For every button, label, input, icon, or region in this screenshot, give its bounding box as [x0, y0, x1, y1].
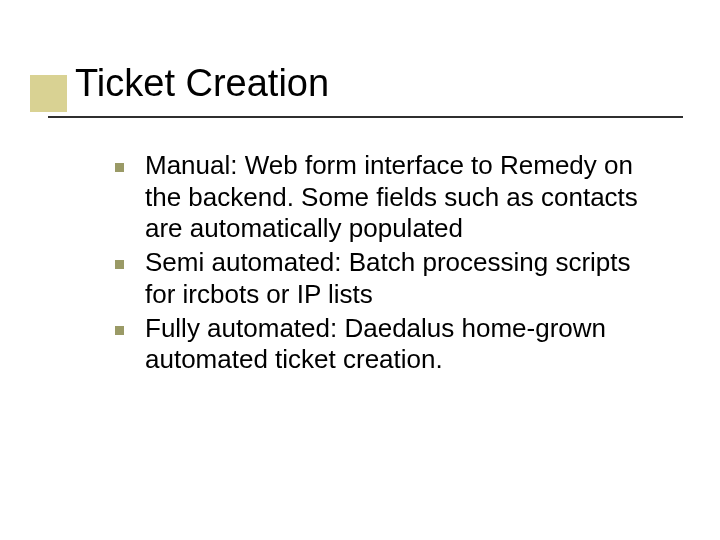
list-item: Manual: Web form interface to Remedy on … — [115, 150, 660, 245]
slide-title: Ticket Creation — [75, 62, 680, 106]
slide: Ticket Creation Manual: Web form interfa… — [0, 0, 720, 540]
title-underline — [48, 116, 683, 118]
square-bullet-icon — [115, 326, 124, 335]
accent-square — [30, 75, 67, 112]
bullet-list: Manual: Web form interface to Remedy on … — [115, 150, 660, 376]
square-bullet-icon — [115, 163, 124, 172]
square-bullet-icon — [115, 260, 124, 269]
list-item: Fully automated: Daedalus home-grown aut… — [115, 313, 660, 376]
list-item-text: Manual: Web form interface to Remedy on … — [145, 150, 638, 243]
body-area: Manual: Web form interface to Remedy on … — [115, 150, 660, 378]
list-item-text: Fully automated: Daedalus home-grown aut… — [145, 313, 606, 375]
title-area: Ticket Creation — [75, 62, 680, 106]
list-item-text: Semi automated: Batch processing scripts… — [145, 247, 631, 309]
list-item: Semi automated: Batch processing scripts… — [115, 247, 660, 310]
